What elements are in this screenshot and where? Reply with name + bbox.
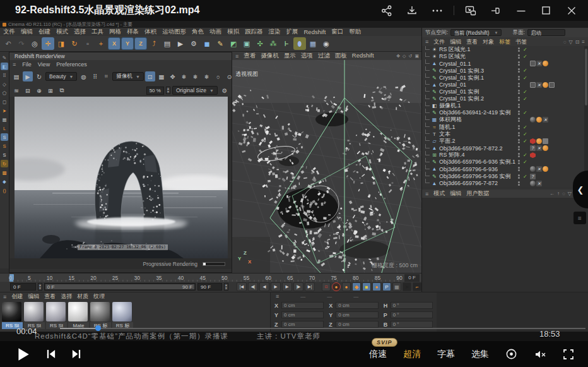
object-name[interactable]: Crystal_01.1 — [439, 61, 516, 67]
visibility-dots[interactable] — [518, 90, 521, 94]
c4d-menu-item[interactable]: 编辑 — [21, 28, 33, 36]
tag-orange[interactable] — [536, 138, 542, 144]
pixel-grid[interactable]: ▦ — [156, 71, 167, 81]
frame-range-slider[interactable]: 0 F 90 F — [44, 283, 196, 291]
current-frame-field[interactable]: 0 F — [10, 283, 36, 291]
c4d-menu-item[interactable]: 角色 — [192, 28, 204, 36]
object-name[interactable]: 平面.2 — [439, 137, 516, 145]
freeze-lights[interactable]: ❄ — [179, 71, 189, 81]
enabled-check[interactable] — [523, 159, 529, 165]
video-frame[interactable]: Cinema 4D R21.110 (RC) - [水晶场景渲染练习.c4d *… — [0, 21, 588, 341]
download-icon[interactable] — [403, 3, 421, 18]
visibility-dots[interactable] — [518, 146, 521, 150]
object-name[interactable]: Crystal_01 实例.1 — [439, 74, 516, 82]
burger-icon[interactable]: ≡ — [235, 53, 238, 59]
play-sound[interactable]: ➤ — [403, 282, 411, 291]
polygons-mode[interactable]: ⬠ — [1, 89, 8, 97]
c4d-menu-item[interactable]: 动画 — [209, 28, 221, 36]
c4d-menu-item[interactable]: Redshift — [304, 28, 326, 35]
record-keyframe[interactable]: ⌑ — [322, 282, 331, 291]
om-filter[interactable]: ▽ — [568, 39, 572, 45]
tag-q[interactable] — [530, 174, 536, 179]
tag-tex[interactable] — [530, 82, 536, 88]
record-rotation[interactable]: ● — [372, 282, 381, 291]
am-menu-userdata[interactable]: 用户数据 — [466, 190, 489, 198]
redo[interactable]: ↷ — [15, 37, 28, 50]
coord-value-field[interactable]: 0 ° — [391, 311, 433, 318]
texture-tile[interactable]: ▩ — [1, 169, 8, 176]
burger-icon[interactable]: ≡ — [425, 39, 428, 45]
material-item[interactable]: Mate — [68, 302, 89, 329]
enabled-check[interactable] — [523, 96, 529, 102]
zoom-percent-field[interactable]: 50 % — [146, 87, 164, 95]
c4d-menu-item[interactable]: 扩展 — [286, 28, 298, 36]
visibility-dots[interactable] — [518, 97, 521, 101]
object-name[interactable]: Obj3d66-659796-6-936 — [439, 166, 516, 172]
render-history[interactable]: ▤ — [11, 71, 21, 81]
goto-end[interactable]: ▶| — [305, 282, 315, 291]
sky-object[interactable]: ⬮ — [293, 37, 306, 50]
compare-ab[interactable]: ≋ — [11, 85, 21, 95]
seek-handle[interactable] — [95, 325, 101, 331]
material-menu-item[interactable]: 创建 — [11, 292, 23, 301]
visibility-dots[interactable] — [518, 160, 521, 164]
tag-cross[interactable] — [536, 166, 542, 172]
viewport-menu-item[interactable]: 显示 — [284, 52, 296, 60]
move-tool[interactable]: ✛ — [42, 37, 54, 50]
enabled-check[interactable] — [523, 110, 529, 116]
next-episode-button[interactable] — [71, 349, 82, 359]
mograph-cloner[interactable]: ✣ — [254, 37, 266, 50]
c4d-menu-item[interactable]: 样条 — [127, 28, 139, 36]
viewport-menu-item[interactable]: 查看 — [244, 52, 256, 60]
om-menu-object[interactable]: 对象 — [483, 38, 494, 46]
tag-orange[interactable] — [543, 82, 548, 88]
object-row[interactable]: Obj3d66-659796-7-872 — [422, 180, 585, 187]
am-back[interactable]: ← — [550, 191, 555, 196]
last-tool[interactable]: ▫ — [81, 37, 94, 50]
material-menu-item[interactable]: 查看 — [44, 292, 56, 301]
enabled-check[interactable] — [523, 75, 529, 81]
coord-value-field[interactable]: 0 ° — [391, 302, 433, 309]
subdivision-surface[interactable]: ◩ — [227, 37, 240, 50]
tag-cross[interactable] — [536, 61, 542, 66]
camera-dropdown[interactable]: 摄像机▼ — [112, 72, 143, 81]
visibility-dots[interactable] — [518, 174, 521, 179]
c4d-menu-item[interactable]: 文件 — [3, 28, 15, 36]
visibility-dots[interactable] — [518, 47, 521, 52]
visibility-dots[interactable] — [518, 117, 521, 122]
frame-stepper[interactable]: ▲▼ — [38, 283, 42, 291]
ab-wipe[interactable]: ⊞ — [45, 85, 56, 95]
viewport-menu-item[interactable]: 摄像机 — [261, 52, 279, 60]
workplane[interactable]: L — [1, 124, 8, 132]
burger-icon[interactable]: ≡ — [13, 61, 16, 68]
enabled-check[interactable] — [523, 138, 529, 144]
playback-speed-button[interactable]: SVIP 倍速 — [369, 349, 387, 360]
play-forward[interactable]: ▶ — [271, 282, 281, 291]
prev-key[interactable]: ◀| — [248, 282, 258, 291]
visibility-dots[interactable] — [518, 83, 521, 87]
prev-frame[interactable]: ◀ — [259, 282, 269, 291]
snap-1[interactable]: S — [1, 133, 8, 141]
visibility-dots[interactable] — [518, 54, 521, 59]
am-menu-edit[interactable]: 编辑 — [450, 190, 461, 198]
lock-camera[interactable]: ⊡ — [145, 71, 155, 81]
object-name[interactable]: Obj3d66-659796-6-936 实例 — [439, 172, 516, 181]
zoom-stepper[interactable]: ▲▼ — [166, 87, 170, 94]
make-editable[interactable]: ✎ — [1, 54, 8, 61]
viewport-label[interactable]: 透视视图 — [235, 70, 258, 78]
om-search[interactable]: ◌ — [563, 39, 567, 45]
node-space-dropdown[interactable]: 当前 (Redshift) ▼ — [450, 29, 501, 36]
freeze-tessellation[interactable]: ✥ — [168, 71, 178, 81]
record-scale[interactable]: ■ — [362, 282, 371, 291]
burger-icon[interactable]: ≡ — [3, 294, 6, 300]
visibility-dots[interactable] — [518, 111, 521, 115]
coord-value-field[interactable]: 0 cm — [281, 311, 324, 318]
enabled-check[interactable] — [523, 174, 529, 179]
coord-system[interactable]: ⤴ — [148, 37, 160, 50]
rotate-snap[interactable]: ↻ — [1, 160, 8, 167]
end-frame-field[interactable]: 90 F — [197, 283, 222, 291]
edges-mode[interactable]: ◇ — [1, 80, 8, 88]
region-crop[interactable]: ⌗ — [101, 71, 111, 81]
object-name[interactable]: Obj3d66-659796-7-872.2 — [439, 145, 516, 152]
om-menu-file[interactable]: 文件 — [433, 38, 445, 46]
